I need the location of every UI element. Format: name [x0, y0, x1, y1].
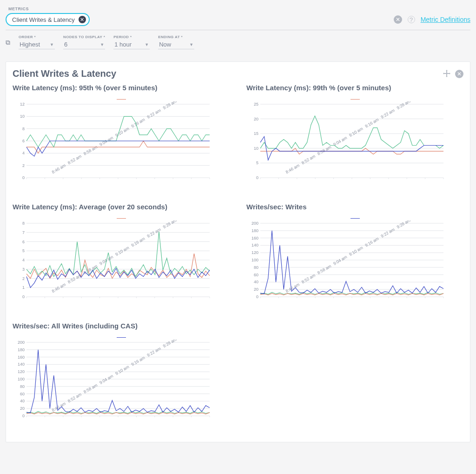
- chart-svg: 05101520258:46 am8:52 am8:58 am9:04 am9:…: [246, 101, 446, 194]
- svg-text:100: 100: [251, 258, 258, 262]
- chart-svg: 0246810128:46 am8:52 am8:58 am9:04 am9:1…: [13, 101, 212, 194]
- svg-text:8:58 am: 8:58 am: [83, 145, 98, 156]
- ending-select[interactable]: Now ▼: [158, 40, 194, 49]
- svg-text:8:46 am: 8:46 am: [51, 401, 66, 413]
- svg-text:9:28 am: 9:28 am: [162, 340, 178, 348]
- clear-icon[interactable]: ✕: [394, 15, 402, 24]
- legend-dash-icon: [350, 99, 360, 100]
- metric-definitions-link[interactable]: Metric Definitions: [421, 16, 470, 23]
- svg-text:8: 8: [22, 127, 25, 131]
- svg-text:80: 80: [20, 384, 25, 389]
- svg-text:40: 40: [20, 399, 25, 403]
- svg-text:6: 6: [22, 139, 25, 143]
- x-axis: 8:46 am8:52 am8:58 am9:04 am9:10 am9:16 …: [26, 220, 212, 298]
- y-axis: 0510152025: [254, 102, 443, 180]
- svg-text:20: 20: [20, 406, 25, 411]
- svg-text:15: 15: [254, 131, 258, 136]
- svg-text:2: 2: [22, 163, 25, 168]
- legend-dash-icon: [350, 218, 360, 219]
- chart-panel: Client Writes & Latency ✕ Write Latency …: [6, 61, 470, 442]
- period-select[interactable]: 1 hour ▼: [113, 40, 150, 49]
- svg-text:8:58 am: 8:58 am: [83, 383, 98, 394]
- svg-text:160: 160: [18, 355, 25, 360]
- svg-text:6: 6: [22, 240, 25, 244]
- x-axis: 8:46 am8:52 am8:58 am9:04 am9:10 am9:16 …: [26, 101, 212, 179]
- order-select[interactable]: Highest ▼: [19, 40, 55, 49]
- order-value: Highest: [20, 41, 40, 48]
- series-node-c: [26, 268, 210, 288]
- chart-title: Writes/sec: All Writes (including CAS): [13, 322, 230, 330]
- svg-text:1: 1: [22, 285, 25, 290]
- svg-text:9:22 am: 9:22 am: [380, 227, 396, 239]
- svg-text:80: 80: [254, 265, 258, 270]
- svg-text:9:04 am: 9:04 am: [332, 135, 348, 147]
- chart-body: 05101520258:46 am8:52 am8:58 am9:04 am9:…: [246, 99, 463, 194]
- control-order: ORDER * Highest ▼: [19, 35, 55, 49]
- metric-chip[interactable]: Client Writes & Latency ✕: [6, 13, 90, 26]
- svg-text:9:22 am: 9:22 am: [380, 108, 396, 120]
- chart-grid: Write Latency (ms): 95th % (over 5 minut…: [13, 84, 463, 433]
- svg-text:9:22 am: 9:22 am: [146, 108, 162, 120]
- svg-text:60: 60: [20, 392, 25, 396]
- section-label: METRICS: [8, 7, 470, 11]
- panel-close-icon[interactable]: ✕: [455, 70, 463, 78]
- svg-text:40: 40: [254, 280, 258, 284]
- svg-text:9:28 am: 9:28 am: [162, 101, 178, 110]
- svg-text:5: 5: [22, 248, 25, 253]
- svg-text:100: 100: [18, 377, 25, 381]
- svg-text:9:28 am: 9:28 am: [162, 220, 178, 229]
- copy-icon[interactable]: ⧉: [6, 39, 10, 47]
- svg-text:8:52 am: 8:52 am: [301, 154, 316, 166]
- chart-body: 0204060801001201401601802008:46 am8:52 a…: [13, 337, 230, 433]
- chart-body: 0246810128:46 am8:52 am8:58 am9:04 am9:1…: [13, 99, 230, 194]
- series-node-c: [26, 141, 210, 156]
- caret-down-icon: ▼: [145, 42, 149, 47]
- chart-body: 0123456788:46 am8:52 am8:58 am9:04 am9:1…: [13, 218, 230, 314]
- control-nodes-label: NODES TO DISPLAY *: [63, 35, 105, 39]
- chart-svg: 0204060801001201401601802008:46 am8:52 a…: [246, 220, 446, 314]
- svg-text:7: 7: [22, 230, 25, 235]
- svg-text:10: 10: [254, 146, 258, 151]
- svg-text:9:16 am: 9:16 am: [130, 236, 145, 248]
- svg-text:0: 0: [256, 294, 258, 299]
- chart-body: 0204060801001201401601802008:46 am8:52 a…: [246, 218, 463, 314]
- legend-dash-icon: [117, 337, 126, 338]
- svg-text:10: 10: [20, 114, 25, 119]
- control-nodes: NODES TO DISPLAY * 6 ▼: [63, 35, 105, 49]
- chip-remove-icon[interactable]: ✕: [79, 16, 86, 23]
- chart-title: Write Latency (ms): 99th % (over 5 minut…: [246, 84, 463, 92]
- svg-text:2: 2: [22, 276, 25, 281]
- svg-text:8:58 am: 8:58 am: [317, 145, 332, 156]
- control-period-label: PERIOD *: [113, 35, 150, 39]
- metric-chip-label: Client Writes & Latency: [12, 16, 75, 23]
- svg-text:9:04 am: 9:04 am: [332, 254, 348, 266]
- caret-down-icon: ▼: [50, 42, 54, 47]
- period-value: 1 hour: [114, 41, 132, 48]
- svg-text:9:10 am: 9:10 am: [348, 126, 364, 138]
- help-icon[interactable]: ?: [408, 16, 415, 23]
- legend-dash-icon: [117, 99, 126, 100]
- svg-text:9:10 am: 9:10 am: [348, 245, 364, 257]
- svg-text:160: 160: [251, 236, 258, 240]
- control-order-label: ORDER *: [19, 35, 55, 39]
- svg-text:120: 120: [251, 250, 258, 255]
- svg-text:3: 3: [22, 267, 25, 272]
- svg-text:0: 0: [22, 294, 25, 299]
- move-icon[interactable]: [443, 70, 450, 78]
- svg-text:0: 0: [22, 414, 25, 418]
- svg-text:180: 180: [18, 347, 25, 352]
- control-ending-label: ENDING AT *: [158, 35, 194, 39]
- svg-text:8:46 am: 8:46 am: [285, 163, 300, 174]
- svg-text:20: 20: [254, 117, 258, 121]
- series-node-a: [26, 254, 210, 278]
- svg-text:5: 5: [256, 160, 258, 165]
- panel-header: Client Writes & Latency ✕: [13, 68, 463, 79]
- chart-p95: Write Latency (ms): 95th % (over 5 minut…: [13, 84, 230, 194]
- nodes-select[interactable]: 6 ▼: [63, 40, 105, 49]
- chart-title: Write Latency (ms): 95th % (over 5 minut…: [13, 84, 230, 92]
- svg-text:200: 200: [18, 340, 25, 345]
- svg-text:12: 12: [20, 102, 25, 107]
- caret-down-icon: ▼: [100, 42, 104, 47]
- nodes-value: 6: [64, 41, 67, 48]
- svg-text:140: 140: [18, 362, 25, 367]
